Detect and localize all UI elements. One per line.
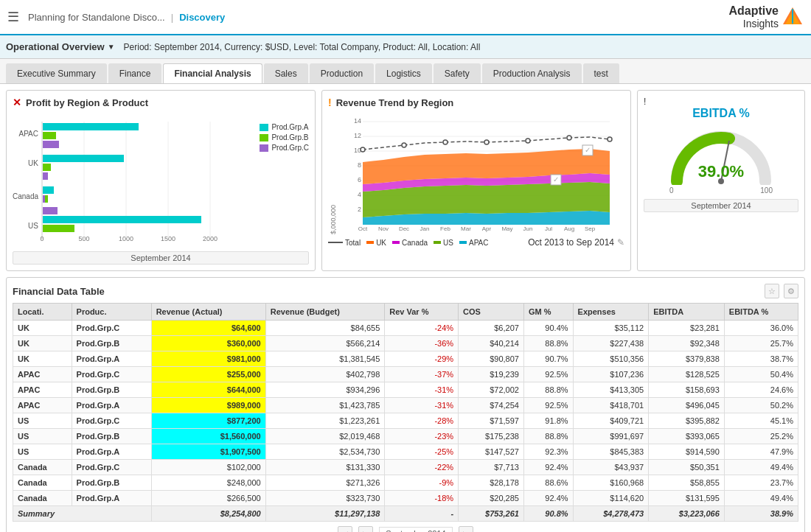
- revenue-expand-icon[interactable]: ✎: [617, 237, 624, 248]
- cell-rev-var: -25%: [385, 444, 459, 460]
- cell-expenses: $409,721: [573, 413, 649, 429]
- financial-table: Locati. Produc. Revenue (Actual) Revenue…: [13, 303, 798, 522]
- cell-cos: $74,254: [459, 398, 524, 413]
- cell-location: APAC: [13, 367, 72, 382]
- cell-rev-budget: $934,296: [265, 382, 385, 398]
- cell-expenses: $227,438: [573, 336, 649, 351]
- cell-ebitda-pct: 23.7%: [724, 475, 798, 491]
- svg-rect-20: [43, 141, 59, 148]
- tab-financial-analysis[interactable]: Financial Analysis: [163, 63, 262, 83]
- legend-label-b: Prod.Grp.B: [271, 133, 308, 141]
- logo-insights: Insights: [728, 18, 779, 29]
- tab-finance[interactable]: Finance: [108, 63, 162, 83]
- svg-text:Canada: Canada: [13, 192, 38, 200]
- cell-cos: $40,214: [459, 336, 524, 351]
- cell-ebitda: $92,348: [649, 336, 725, 351]
- cell-rev-var: -24%: [385, 321, 459, 336]
- cell-ebitda: $23,281: [649, 321, 725, 336]
- cell-product: Prod.Grp.A: [72, 491, 151, 506]
- cell-rev-budget: $131,330: [265, 460, 385, 475]
- cell-rev-budget: $1,381,545: [265, 351, 385, 367]
- logo-text: Adaptive Insights: [728, 4, 779, 29]
- summary-rev-var: -: [385, 506, 459, 522]
- revenue-date-range: Oct 2013 to Sep 2014: [528, 237, 614, 248]
- overview-button[interactable]: Operational Overview ▼: [6, 41, 115, 52]
- cell-rev-actual: $64,600: [151, 321, 265, 336]
- table-row: UK Prod.Grp.A $981,000 $1,381,545 -29% $…: [13, 351, 798, 367]
- profit-warn-icon: ✕: [13, 97, 21, 108]
- col-gm: GM %: [523, 304, 573, 321]
- col-rev-budget: Revenue (Budget): [265, 304, 385, 321]
- rev-legend-uk: UK: [366, 239, 386, 247]
- star-button[interactable]: ☆: [765, 284, 779, 298]
- cell-gm: 91.8%: [523, 413, 573, 429]
- cell-ebitda-pct: 36.0%: [724, 321, 798, 336]
- svg-point-51: [443, 140, 448, 144]
- cell-location: APAC: [13, 398, 72, 413]
- cell-gm: 92.5%: [523, 367, 573, 382]
- cell-location: UK: [13, 321, 72, 336]
- summary-row: Summary $8,254,800 $11,297,138 - $753,26…: [13, 506, 798, 522]
- profit-chart-title: ✕ Profit by Region & Product: [13, 97, 309, 108]
- ebitda-warn-icon: !: [644, 97, 646, 107]
- tab-safety[interactable]: Safety: [434, 63, 481, 83]
- menu-icon[interactable]: ☰: [7, 9, 19, 25]
- cell-rev-budget: $1,223,261: [265, 413, 385, 429]
- rev-legend-canada-label: Canada: [402, 239, 428, 247]
- tab-test[interactable]: test: [583, 63, 619, 83]
- breadcrumb-current[interactable]: Discovery: [179, 12, 225, 23]
- tab-production[interactable]: Production: [310, 63, 374, 83]
- cell-ebitda: $395,882: [649, 413, 725, 429]
- export-button[interactable]: ▶: [459, 526, 473, 532]
- tab-logistics[interactable]: Logistics: [375, 63, 432, 83]
- table-actions: ☆ ⚙: [765, 284, 798, 298]
- prev-page-button[interactable]: ◀: [338, 526, 352, 532]
- cell-rev-var: -37%: [385, 367, 459, 382]
- cell-cos: $28,178: [459, 475, 524, 491]
- legend-item-c: Prod.Grp.C: [260, 144, 309, 152]
- cell-product: Prod.Grp.B: [72, 336, 151, 351]
- tab-sales[interactable]: Sales: [264, 63, 308, 83]
- next-page-button[interactable]: ▶: [358, 526, 373, 532]
- revenue-chart-body: $,000,000 14 12 10 8 6 4 2: [328, 114, 624, 234]
- cell-location: US: [13, 413, 72, 429]
- table-row: UK Prod.Grp.B $360,000 $566,214 -36% $40…: [13, 336, 798, 351]
- svg-rect-29: [43, 225, 74, 232]
- cell-rev-var: -22%: [385, 460, 459, 475]
- svg-rect-27: [43, 195, 45, 203]
- cell-rev-var: -28%: [385, 413, 459, 429]
- ebitda-title: EBITDA %: [692, 107, 750, 120]
- cell-ebitda: $496,045: [649, 398, 725, 413]
- svg-text:Nov: Nov: [378, 225, 389, 232]
- profit-bar-chart: APAC UK Canada US 0 500 1000 1500 2000 $…: [13, 114, 254, 247]
- cell-ebitda-pct: 49.4%: [724, 460, 798, 475]
- cell-rev-actual: $102,000: [151, 460, 265, 475]
- cell-rev-budget: $2,019,468: [265, 429, 385, 444]
- revenue-title-text: Revenue Trend by Region: [336, 97, 454, 108]
- main-content: ✕ Profit by Region & Product APAC UK Can…: [0, 84, 811, 532]
- gauge-min-label: 0: [669, 186, 674, 195]
- cell-location: US: [13, 444, 72, 460]
- breadcrumb-separator: |: [171, 12, 173, 23]
- svg-point-50: [402, 143, 406, 147]
- settings-icon[interactable]: ⚙: [784, 284, 798, 298]
- cell-ebitda-pct: 45.1%: [724, 413, 798, 429]
- cell-cos: $90,807: [459, 351, 524, 367]
- cell-location: Canada: [13, 491, 72, 506]
- cell-rev-var: -9%: [385, 475, 459, 491]
- rev-legend-total-label: Total: [345, 239, 361, 247]
- svg-text:Jul: Jul: [545, 225, 552, 232]
- tab-production-analysis[interactable]: Production Analysis: [482, 63, 582, 83]
- table-row: Canada Prod.Grp.A $266,500 $323,730 -18%…: [13, 491, 798, 506]
- cell-rev-budget: $323,730: [265, 491, 385, 506]
- svg-rect-23: [43, 172, 48, 180]
- svg-rect-24: [43, 186, 54, 194]
- tabs-bar: Executive Summary Finance Financial Anal…: [0, 59, 811, 84]
- tab-executive-summary[interactable]: Executive Summary: [6, 63, 107, 83]
- svg-text:UK: UK: [28, 159, 38, 167]
- cell-rev-actual: $877,200: [151, 413, 265, 429]
- svg-text:Sep: Sep: [585, 225, 596, 232]
- svg-text:May: May: [501, 225, 512, 232]
- gauge-labels: 0 100: [669, 186, 773, 195]
- cell-product: Prod.Grp.A: [72, 351, 151, 367]
